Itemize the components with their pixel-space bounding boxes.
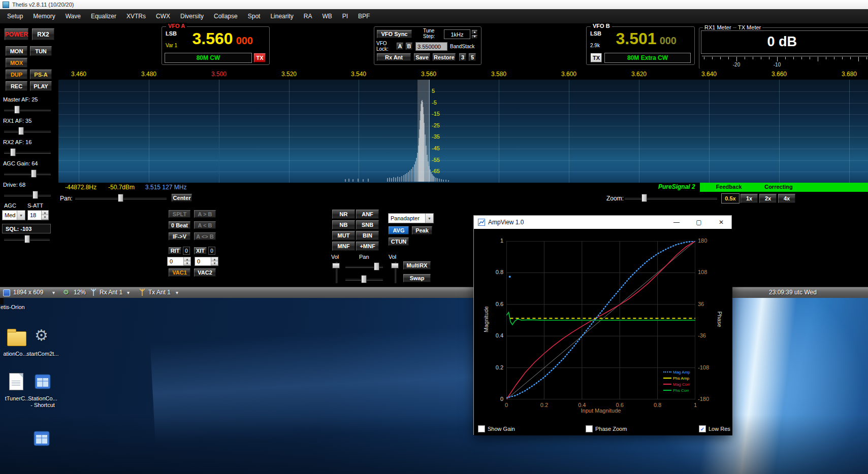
chevron-down-icon[interactable]: ▼ — [17, 211, 25, 220]
tx-antenna-selector[interactable]: Tx Ant 1 — [148, 289, 171, 296]
ctun-button[interactable]: CTUN — [388, 237, 409, 246]
vac1-button[interactable]: VAC1 — [168, 268, 191, 277]
rit-button[interactable]: RIT — [168, 247, 182, 255]
ampview-titlebar[interactable]: AmpView 1.0 — ▢ ✕ — [474, 216, 731, 229]
low-res-checkbox[interactable]: ✓ — [699, 425, 706, 432]
vfo-sync-button[interactable]: VFO Sync — [376, 29, 412, 39]
mon-button[interactable]: MON — [5, 46, 28, 56]
chevron-down-icon[interactable]: ▼ — [425, 214, 433, 223]
rx2-af-slider[interactable] — [3, 148, 52, 156]
menu-spot[interactable]: Spot — [243, 13, 266, 20]
a-swap-b-button[interactable]: A <> B — [194, 232, 216, 241]
app-window-icon[interactable] — [34, 431, 50, 448]
menu-collapse[interactable]: Collapse — [209, 13, 243, 20]
dsp-nr-button[interactable]: NR — [332, 209, 356, 219]
ampview-window[interactable]: AmpView 1.0 — ▢ ✕ Magnitude Phase Input … — [473, 215, 732, 435]
rx2-volume-slider[interactable] — [391, 261, 398, 284]
spin-up-icon[interactable]: ▲ — [184, 257, 190, 261]
if-to-vfo-button[interactable]: IF->V — [168, 232, 191, 241]
rec-button[interactable]: REC — [5, 81, 28, 91]
power-button[interactable]: POWER — [4, 28, 29, 41]
menu-wave[interactable]: Wave — [60, 13, 86, 20]
rx2-pan-slider[interactable] — [344, 275, 384, 282]
a-to-b-button[interactable]: A > B — [194, 210, 216, 218]
menu-diversity[interactable]: Diversity — [175, 13, 209, 20]
zoom-2x-button[interactable]: 2x — [759, 193, 777, 204]
rx1-af-slider[interactable] — [3, 126, 52, 135]
agc-gain-slider[interactable] — [3, 169, 52, 178]
rx-ant-button[interactable]: Rx Ant — [376, 53, 411, 61]
zoom-slider[interactable] — [624, 193, 718, 202]
menu-linearity[interactable]: Linearity — [265, 13, 298, 20]
zoom-1x-button[interactable]: 1x — [740, 193, 758, 204]
panadapter-display[interactable]: 3.4603.4803.5003.5203.5403.5603.5803.600… — [58, 69, 868, 183]
spin-up-icon[interactable]: ▲ — [42, 211, 48, 215]
dsp-snb-button[interactable]: SNB — [356, 220, 379, 230]
show-gain-checkbox-row[interactable]: Show Gain — [478, 425, 515, 433]
tune-step-stepper[interactable]: ▲ ▼ — [471, 29, 478, 39]
spin-down-icon[interactable]: ▼ — [184, 261, 190, 265]
vac2-button[interactable]: VAC2 — [194, 268, 216, 277]
tun-button[interactable]: TUN — [29, 46, 52, 56]
lock-a-button[interactable]: A — [396, 42, 404, 50]
show-gain-checkbox[interactable] — [478, 425, 485, 432]
spin-down-icon[interactable]: ▼ — [42, 215, 48, 220]
ps-a-button[interactable]: PS-A — [29, 69, 52, 80]
dsp-mnf-button[interactable]: MNF — [332, 241, 356, 251]
menu-memory[interactable]: Memory — [28, 13, 60, 20]
spin-up-icon[interactable]: ▲ — [211, 257, 218, 261]
pan-slider[interactable] — [74, 193, 168, 202]
spectrum-plot[interactable]: 5-5-15-25-35-45-55-65 — [58, 80, 868, 183]
agc-mode-select[interactable]: Med ▼ — [2, 210, 25, 220]
minimize-icon[interactable]: — — [665, 216, 688, 229]
tx-meter-label[interactable]: TX Meter — [736, 24, 762, 30]
squelch-slider[interactable] — [3, 234, 51, 243]
play-button[interactable]: PLAY — [29, 81, 52, 91]
menu-pi[interactable]: PI — [337, 13, 353, 20]
vfo-a-tx-indicator[interactable]: TX — [253, 53, 266, 63]
master-af-slider[interactable] — [3, 105, 52, 114]
peak-button[interactable]: Peak — [411, 226, 433, 235]
rx1-meter-label[interactable]: RX1 Meter — [703, 24, 733, 30]
zoom-0.5x-button[interactable]: 0.5x — [721, 193, 740, 204]
s-att-stepper[interactable]: 18 ▲▼ — [27, 210, 49, 220]
chevron-down-icon[interactable]: ▾ — [176, 290, 178, 295]
menu-wb[interactable]: WB — [317, 13, 337, 20]
app-window-icon[interactable] — [35, 374, 51, 391]
rx1-pan-slider[interactable] — [344, 262, 384, 269]
menu-cwx[interactable]: CWX — [151, 13, 175, 20]
save-button[interactable]: Save — [413, 53, 431, 61]
multirx-button[interactable]: MultiRX — [403, 261, 431, 270]
xit-button[interactable]: XIT — [194, 247, 207, 255]
display-mode-select[interactable]: Panadapter ▼ — [388, 213, 434, 223]
maximize-icon[interactable]: ▢ — [688, 216, 710, 229]
rx2-button[interactable]: RX2 — [31, 28, 55, 41]
low-res-checkbox-row[interactable]: ✓Low Res — [699, 425, 730, 433]
zoom-4x-button[interactable]: 4x — [778, 193, 796, 204]
vfo-a-frequency[interactable]: 3.560 000 — [179, 29, 253, 51]
menu-xvtrs[interactable]: XVTRs — [121, 13, 151, 20]
rit-stepper[interactable]: 0 ▲▼ — [167, 257, 191, 266]
menu-setup[interactable]: Setup — [2, 13, 28, 20]
bandstack-3-button[interactable]: 3 — [459, 53, 467, 61]
phase-zoom-checkbox-row[interactable]: Phase Zoom — [586, 425, 627, 433]
menu-ra[interactable]: RA — [299, 13, 317, 20]
dsp-anf-button[interactable]: ANF — [356, 209, 379, 219]
bandstack-5-button[interactable]: 5 — [468, 53, 476, 61]
vfo-b-frequency[interactable]: 3.501 000 — [602, 29, 677, 51]
document-icon[interactable] — [9, 373, 23, 390]
phase-zoom-checkbox[interactable] — [586, 425, 593, 432]
folder-icon[interactable] — [7, 331, 26, 346]
close-icon[interactable]: ✕ — [710, 216, 732, 229]
chevron-down-icon[interactable]: ▾ — [52, 290, 55, 295]
dsp-bin-button[interactable]: BIN — [356, 230, 379, 241]
b-to-a-button[interactable]: A < B — [194, 221, 216, 229]
restore-button[interactable]: Restore — [432, 53, 456, 61]
center-button[interactable]: Center — [171, 193, 192, 202]
lock-b-button[interactable]: B — [405, 42, 413, 50]
swap-button[interactable]: Swap — [403, 274, 431, 283]
chevron-down-icon[interactable]: ▾ — [127, 290, 130, 295]
dsp-mut-button[interactable]: MUT — [332, 230, 356, 241]
tune-step-down-icon[interactable]: ▼ — [471, 35, 478, 40]
rx-antenna-selector[interactable]: Rx Ant 1 — [100, 289, 122, 296]
